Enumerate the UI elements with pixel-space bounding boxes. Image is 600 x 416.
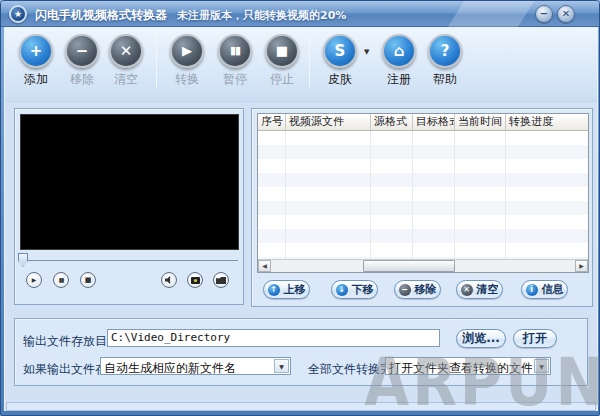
home-icon: ⌂ <box>382 34 416 68</box>
help-icon: ? <box>428 34 462 68</box>
toolbar-separator <box>156 36 157 88</box>
info-button[interactable]: i 信息 <box>521 280 568 299</box>
seek-slider-track[interactable] <box>21 260 238 261</box>
remove-item-button[interactable]: − 移除 <box>394 280 441 299</box>
player-pause-button[interactable]: ▮▮ <box>53 272 69 288</box>
move-down-label: 下移 <box>352 282 374 297</box>
clear-list-label: 清空 <box>477 282 499 297</box>
status-strip <box>6 402 596 411</box>
player-stop-button[interactable]: ■ <box>80 272 96 288</box>
queue-panel: 序号 视频源文件 源格式 目标格式 当前时间 转换进度 ◀ <box>251 108 593 307</box>
info-icon: i <box>526 284 538 296</box>
convert-play-icon: ▶ <box>170 34 204 68</box>
preview-panel: ▶ ▮▮ ■ <box>14 108 244 305</box>
app-title: 闪电手机视频格式转换器 <box>35 8 167 22</box>
app-window: ★ 闪电手机视频格式转换器未注册版本，只能转换视频的20% − ✕ + 添加 −… <box>0 0 600 416</box>
remove-item-label: 移除 <box>415 282 437 297</box>
clear-button[interactable]: ✕ 清空 <box>97 34 155 88</box>
col-source-format[interactable]: 源格式 <box>371 114 413 130</box>
scroll-right-arrow-icon[interactable]: ▶ <box>575 260 588 272</box>
app-icon: ★ <box>9 5 27 23</box>
stop-label: 停止 <box>253 71 311 88</box>
info-label: 信息 <box>542 282 564 297</box>
seek-slider-thumb[interactable] <box>18 253 28 267</box>
horizontal-scrollbar: ◀ ▶ <box>258 259 588 272</box>
open-dir-label: 打开 <box>523 330 547 347</box>
browse-button[interactable]: 浏览... <box>456 329 506 348</box>
toolbar: + 添加 − 移除 ✕ 清空 ▶ 转换 ▮▮ 暂停 ■ 停止 <box>5 28 597 102</box>
skin-label: 皮肤 <box>311 71 369 88</box>
exists-option-value: 自动生成相应的新文件名 <box>104 360 272 377</box>
table-column-guide <box>371 131 413 259</box>
scrollbar-thumb[interactable] <box>363 260 455 272</box>
window-title: 闪电手机视频格式转换器未注册版本，只能转换视频的20% <box>35 7 346 24</box>
move-up-button[interactable]: ↑ 上移 <box>263 280 310 299</box>
move-up-label: 上移 <box>284 282 306 297</box>
after-done-select[interactable]: 打开文件夹查看转换的文件 ▼ <box>385 357 551 375</box>
chevron-down-icon[interactable]: ▼ <box>534 359 549 373</box>
folder-icon <box>216 277 226 284</box>
titlebar: ★ 闪电手机视频格式转换器未注册版本，只能转换视频的20% − ✕ <box>1 1 599 27</box>
col-progress[interactable]: 转换进度 <box>506 114 588 130</box>
clear-list-button[interactable]: ✕ 清空 <box>456 280 503 299</box>
file-list-table: 序号 视频源文件 源格式 目标格式 当前时间 转换进度 ◀ <box>257 113 589 273</box>
client-area: + 添加 − 移除 ✕ 清空 ▶ 转换 ▮▮ 暂停 ■ 停止 <box>4 27 598 411</box>
skin-icon: S <box>323 34 357 68</box>
pause-icon: ▮▮ <box>59 276 64 283</box>
browse-label: 浏览... <box>462 330 500 347</box>
volume-button[interactable] <box>161 272 177 288</box>
cross-icon: ✕ <box>461 284 473 296</box>
table-body-empty[interactable] <box>258 131 588 259</box>
chevron-down-icon[interactable]: ▼ <box>274 359 289 373</box>
help-label: 帮助 <box>416 71 474 88</box>
snapshot-button[interactable] <box>187 272 203 288</box>
table-header: 序号 视频源文件 源格式 目标格式 当前时间 转换进度 <box>258 114 588 131</box>
unregistered-notice: 未注册版本，只能转换视频的20% <box>177 9 346 22</box>
output-settings-panel: 输出文件存放目录: C:\Video_Directory 浏览... 打开 如果… <box>14 318 588 386</box>
minimize-button[interactable]: − <box>535 5 553 23</box>
table-column-guide <box>258 131 286 259</box>
camera-icon <box>191 277 200 284</box>
col-source-file[interactable]: 视频源文件 <box>286 114 371 130</box>
remove-icon: − <box>65 34 99 68</box>
output-dir-input[interactable]: C:\Video_Directory <box>107 329 440 347</box>
video-screen <box>20 114 239 250</box>
arrow-down-icon: ↓ <box>336 284 348 296</box>
skin-button[interactable]: S 皮肤 <box>311 34 369 88</box>
minus-icon: − <box>399 284 411 296</box>
play-icon: ▶ <box>32 276 37 283</box>
table-column-guide <box>413 131 455 259</box>
table-column-guide <box>455 131 506 259</box>
toolbar-separator-2 <box>309 36 310 88</box>
add-icon: + <box>19 34 53 68</box>
close-button[interactable]: ✕ <box>557 5 575 23</box>
arrow-up-icon: ↑ <box>268 284 280 296</box>
stop-icon: ■ <box>265 34 299 68</box>
pause-icon: ▮▮ <box>218 34 252 68</box>
after-done-value: 打开文件夹查看转换的文件 <box>389 360 532 377</box>
table-column-guide <box>286 131 371 259</box>
stop-button[interactable]: ■ 停止 <box>253 34 311 88</box>
skin-dropdown-icon[interactable]: ▼ <box>364 48 369 56</box>
open-dir-button[interactable]: 打开 <box>513 329 557 348</box>
col-current-time[interactable]: 当前时间 <box>455 114 506 130</box>
clear-icon: ✕ <box>109 34 143 68</box>
col-index[interactable]: 序号 <box>258 114 286 130</box>
exists-option-select[interactable]: 自动生成相应的新文件名 ▼ <box>100 357 291 375</box>
titlebar-gloss <box>448 1 534 27</box>
open-file-button[interactable] <box>213 272 229 288</box>
player-play-button[interactable]: ▶ <box>26 272 42 288</box>
table-column-guide <box>506 131 588 259</box>
stop-icon: ■ <box>85 276 92 284</box>
speaker-icon <box>165 276 174 284</box>
move-down-button[interactable]: ↓ 下移 <box>331 280 378 299</box>
help-button[interactable]: ? 帮助 <box>416 34 474 88</box>
col-target-format[interactable]: 目标格式 <box>413 114 455 130</box>
scroll-left-arrow-icon[interactable]: ◀ <box>258 260 271 272</box>
clear-label: 清空 <box>97 71 155 88</box>
